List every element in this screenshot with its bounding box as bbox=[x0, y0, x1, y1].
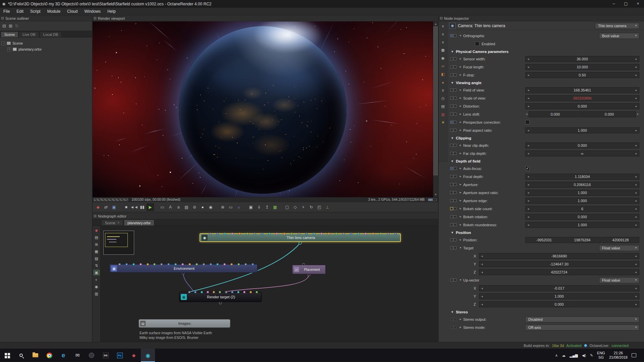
node-pin[interactable] bbox=[223, 263, 226, 265]
collapse-arrow-icon[interactable]: ▼ bbox=[459, 246, 463, 249]
value-field[interactable]: -9952031 bbox=[525, 237, 563, 243]
param-link-icon[interactable] bbox=[450, 183, 457, 186]
dropdown-target[interactable]: Float value▼ bbox=[599, 245, 639, 251]
dropdown-orthographic[interactable]: Bool value▼ bbox=[599, 33, 639, 39]
render-viewport-titlebar[interactable]: Render viewport bbox=[93, 15, 438, 21]
slider-right-arrow[interactable]: ► bbox=[635, 295, 638, 298]
node-pin[interactable] bbox=[160, 263, 163, 265]
param-link-icon[interactable] bbox=[450, 318, 457, 321]
node-pin[interactable] bbox=[237, 291, 239, 293]
slider-left-arrow[interactable]: ◄ bbox=[481, 255, 483, 258]
slider-right-arrow[interactable]: ► bbox=[635, 144, 638, 147]
param-slider[interactable]: ◄-0.017► bbox=[479, 285, 639, 291]
dock-render-icon[interactable]: ▥ bbox=[440, 112, 446, 117]
node-pin[interactable] bbox=[254, 233, 256, 235]
node-pin[interactable] bbox=[231, 233, 233, 235]
viewport-scrollbar[interactable]: ▲ ▼ bbox=[433, 21, 438, 197]
node-pin[interactable] bbox=[216, 233, 219, 235]
expand-icon[interactable]: ► bbox=[459, 65, 463, 68]
node-pin[interactable] bbox=[153, 263, 156, 265]
dock-folder-icon[interactable]: ▱ bbox=[440, 64, 446, 69]
subsampling-icon[interactable]: a bbox=[175, 203, 182, 211]
tree-label-scene[interactable]: Scene bbox=[12, 41, 23, 45]
node-pin[interactable] bbox=[357, 233, 360, 235]
ng-transform-icon[interactable]: ⇅ bbox=[94, 263, 100, 268]
param-slider[interactable]: ◄0.000► bbox=[479, 301, 639, 307]
export-render-icon[interactable]: ↥ bbox=[263, 203, 271, 211]
value-field[interactable]: 0.000 bbox=[529, 111, 582, 117]
param-slider[interactable]: ◄-124647.30► bbox=[479, 261, 639, 267]
node-placement[interactable]: ▱ Placement bbox=[292, 265, 326, 274]
param-slider[interactable]: ◄0.000► bbox=[525, 103, 639, 109]
param-slider[interactable]: ◄0.50► bbox=[525, 72, 639, 78]
pen-icon[interactable]: ✎ bbox=[590, 353, 593, 358]
daz-studio-icon[interactable]: DS bbox=[99, 349, 113, 362]
restart-render-icon[interactable]: ◄◄ bbox=[130, 203, 138, 211]
node-pin[interactable] bbox=[140, 263, 142, 265]
value-field[interactable]: 42009128 bbox=[602, 237, 639, 243]
node-pin[interactable] bbox=[246, 233, 249, 235]
slider-left-arrow[interactable]: ◄ bbox=[527, 191, 530, 194]
slider-right-arrow[interactable]: ► bbox=[635, 263, 638, 266]
node-pin[interactable] bbox=[174, 263, 177, 265]
slider-left-arrow[interactable]: ◄ bbox=[527, 175, 530, 178]
panel-grip-icon[interactable] bbox=[1, 17, 4, 19]
slider-left-arrow[interactable]: ◄ bbox=[481, 287, 483, 290]
speaker-icon[interactable]: ◀) bbox=[582, 353, 586, 358]
expand-icon[interactable]: ► bbox=[459, 73, 463, 76]
ng-add-node-icon[interactable]: ⊞ bbox=[94, 242, 100, 247]
param-slider[interactable]: ◄1.000► bbox=[479, 293, 639, 299]
nodegraph-canvas[interactable]: ◆▤⊞▦▨⇅▣◐◉▥ ◉ Thin lens camera bbox=[93, 226, 438, 342]
section-clipping[interactable]: ▼Clipping bbox=[451, 135, 639, 141]
slider-right-arrow[interactable]: ► bbox=[635, 224, 638, 227]
slider-right-arrow[interactable]: ► bbox=[635, 199, 638, 202]
node-pin[interactable] bbox=[209, 233, 211, 235]
collapse-arrow-icon[interactable]: ▼ bbox=[451, 136, 454, 140]
focus-picker-icon[interactable]: ⊕ bbox=[219, 203, 226, 211]
ng-material-icon[interactable]: ▦ bbox=[94, 249, 100, 254]
expand-icon[interactable]: ► bbox=[459, 88, 463, 92]
param-slider[interactable]: ◄1.000► bbox=[525, 190, 639, 196]
expand-icon[interactable]: ► bbox=[459, 121, 463, 124]
viewport-display-icon[interactable]: ▭ bbox=[227, 203, 234, 211]
node-pin[interactable] bbox=[189, 263, 191, 265]
node-pin[interactable] bbox=[245, 263, 247, 265]
node-pin[interactable] bbox=[328, 233, 330, 235]
slider-right-arrow[interactable]: ► bbox=[635, 74, 638, 77]
outliner-collapse-all-icon[interactable]: ⊞ bbox=[9, 23, 12, 28]
node-pin[interactable] bbox=[394, 233, 397, 235]
dock-material-icon[interactable]: ● bbox=[440, 80, 446, 85]
node-pin[interactable] bbox=[231, 291, 233, 293]
slider-right-arrow[interactable]: ► bbox=[635, 129, 638, 132]
dock-workspace-icon[interactable]: ≡ bbox=[440, 23, 446, 28]
pick-material-icon[interactable]: ⇄ bbox=[102, 203, 110, 211]
ng-image-icon[interactable]: ▣ bbox=[94, 270, 100, 275]
start-button[interactable] bbox=[0, 349, 14, 362]
outliner-tab-local-db[interactable]: Local DB bbox=[40, 32, 62, 37]
node-pin[interactable] bbox=[213, 291, 215, 293]
section-position[interactable]: ▼Position bbox=[451, 230, 639, 236]
refresh-view-icon[interactable]: ↻ bbox=[308, 203, 315, 211]
slider-right-arrow[interactable]: ► bbox=[635, 97, 638, 100]
dock-grid-icon[interactable]: # bbox=[440, 88, 446, 93]
dock-star-icon[interactable]: ✳ bbox=[440, 120, 446, 125]
octane-launcher-icon[interactable]: ◆ bbox=[127, 349, 141, 362]
nodegraph-titlebar[interactable]: Nodegraph editor bbox=[93, 213, 438, 219]
nodegraph-overview[interactable] bbox=[103, 231, 134, 255]
menu-help[interactable]: Help bbox=[104, 8, 119, 15]
expand-icon[interactable]: ► bbox=[459, 223, 463, 226]
checkbox-auto-focus[interactable]: ✓ bbox=[525, 166, 530, 171]
menu-cloud[interactable]: Cloud bbox=[64, 8, 81, 15]
param-slider[interactable]: ◄0.000► bbox=[525, 142, 639, 148]
expand-icon[interactable]: ► bbox=[459, 97, 463, 100]
slider-right-arrow[interactable]: ► bbox=[635, 207, 638, 210]
collapse-arrow-icon[interactable]: ▼ bbox=[451, 310, 454, 314]
slider-left-arrow[interactable]: ◄ bbox=[527, 152, 530, 155]
param-link-icon[interactable] bbox=[450, 279, 457, 282]
panel-grip-icon[interactable] bbox=[440, 17, 442, 19]
alpha-mode-icon[interactable]: ⊘ bbox=[191, 203, 198, 211]
collapse-arrow-icon[interactable]: ▼ bbox=[451, 160, 454, 163]
expand-icon[interactable]: ► bbox=[459, 207, 463, 210]
node-pin[interactable] bbox=[203, 263, 205, 265]
white-sphere-icon[interactable]: ● bbox=[199, 203, 206, 211]
